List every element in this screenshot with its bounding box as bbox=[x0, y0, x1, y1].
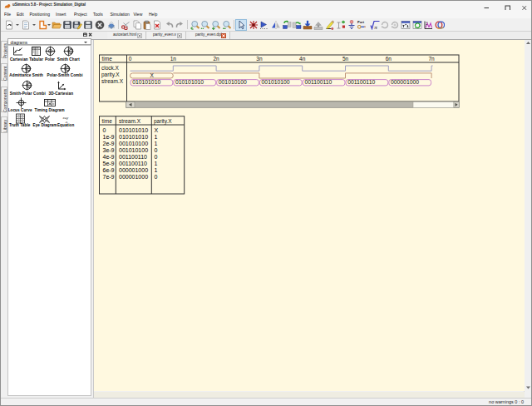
svg-text:000001000: 000001000 bbox=[119, 167, 148, 173]
svg-text:time: time bbox=[101, 118, 112, 124]
svg-text:4e-9: 4e-9 bbox=[102, 154, 114, 160]
svg-text:1n: 1n bbox=[170, 56, 176, 62]
svg-text:parity.X: parity.X bbox=[101, 72, 120, 78]
svg-text:X: X bbox=[150, 72, 154, 78]
svg-text:0: 0 bbox=[154, 154, 157, 160]
svg-text:6n: 6n bbox=[385, 56, 392, 62]
svg-text:parity.X: parity.X bbox=[154, 118, 172, 125]
svg-text:001010100: 001010100 bbox=[261, 79, 289, 85]
svg-text:3n: 3n bbox=[256, 56, 263, 62]
svg-text:1: 1 bbox=[154, 134, 157, 140]
svg-text:7n: 7n bbox=[428, 56, 435, 62]
svg-text:stream.X: stream.X bbox=[119, 118, 141, 124]
svg-text:0: 0 bbox=[102, 127, 106, 133]
svg-text:000001000: 000001000 bbox=[119, 174, 148, 180]
svg-text:X: X bbox=[154, 127, 158, 133]
svg-text:4n: 4n bbox=[299, 56, 306, 62]
svg-text:001100110: 001100110 bbox=[119, 161, 147, 166]
svg-text:stream.X: stream.X bbox=[101, 78, 124, 84]
svg-text:x=y: x=y bbox=[62, 116, 69, 120]
svg-text:0: 0 bbox=[154, 174, 157, 180]
svg-text:001100110: 001100110 bbox=[119, 154, 147, 160]
svg-text:2n: 2n bbox=[213, 56, 219, 62]
svg-text:010101010: 010101010 bbox=[119, 134, 148, 140]
svg-text:1e-9: 1e-9 bbox=[102, 134, 114, 140]
svg-text:010101010: 010101010 bbox=[132, 79, 160, 85]
svg-text:3e-9: 3e-9 bbox=[102, 147, 114, 153]
svg-text:001100110: 001100110 bbox=[347, 79, 375, 85]
svg-text:clock.X: clock.X bbox=[101, 65, 120, 71]
svg-text:time: time bbox=[101, 56, 112, 62]
svg-text:001010100: 001010100 bbox=[119, 147, 148, 153]
svg-text:7e-9: 7e-9 bbox=[102, 174, 114, 180]
svg-text:001010100: 001010100 bbox=[119, 141, 148, 146]
svg-text:0: 0 bbox=[128, 56, 131, 62]
svg-text:0: 0 bbox=[154, 147, 157, 153]
svg-text:6e-9: 6e-9 bbox=[102, 167, 114, 173]
svg-text:5n: 5n bbox=[342, 56, 348, 62]
svg-text:5e-9: 5e-9 bbox=[102, 161, 114, 166]
svg-text:2e-9: 2e-9 bbox=[102, 141, 114, 146]
svg-text:010101010: 010101010 bbox=[119, 127, 148, 133]
svg-text:000001000: 000001000 bbox=[391, 79, 419, 85]
svg-text:001100110: 001100110 bbox=[304, 79, 332, 85]
svg-text:1: 1 bbox=[154, 141, 157, 146]
svg-text:π: π bbox=[374, 24, 377, 31]
svg-text:1: 1 bbox=[154, 161, 157, 166]
svg-text:010101010: 010101010 bbox=[175, 79, 204, 85]
svg-text:001010100: 001010100 bbox=[218, 79, 246, 85]
svg-text:1: 1 bbox=[154, 167, 157, 173]
svg-text:Port: Port bbox=[357, 20, 365, 24]
